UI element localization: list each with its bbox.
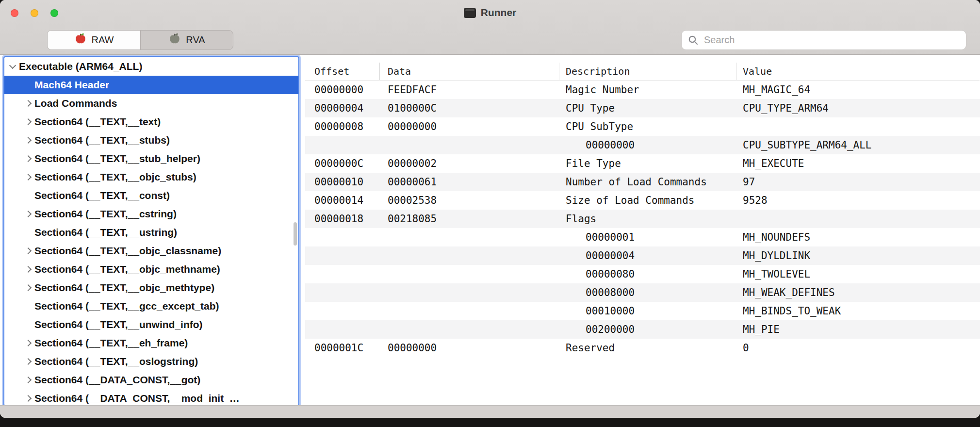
chevron-slot xyxy=(23,378,33,382)
apple-gray-icon xyxy=(168,33,181,48)
cell-description: Reserved xyxy=(559,342,736,354)
sidebar-item[interactable]: Section64 (__TEXT,__ustring) xyxy=(4,223,298,242)
table-row[interactable]: 000000040100000CCPU TypeCPU_TYPE_ARM64 xyxy=(305,99,980,117)
chevron-slot xyxy=(23,248,33,253)
close-button[interactable] xyxy=(11,9,18,17)
search-icon xyxy=(687,34,699,46)
chevron-right-icon[interactable] xyxy=(25,358,32,365)
chevron-right-icon[interactable] xyxy=(25,137,32,144)
apple-red-icon xyxy=(74,33,87,48)
sidebar-item[interactable]: Section64 (__TEXT,__cstring) xyxy=(4,205,298,223)
table-row[interactable]: 00000080MH_TWOLEVEL xyxy=(305,265,980,283)
sidebar-item-label: Load Commands xyxy=(34,98,117,109)
cell-offset: 0000000C xyxy=(305,158,380,169)
chevron-right-icon[interactable] xyxy=(25,174,32,181)
table-row[interactable]: 00000000CPU_SUBTYPE_ARM64_ALL xyxy=(305,136,980,154)
chevron-slot xyxy=(7,65,18,68)
cell-offset: 00000014 xyxy=(305,195,380,206)
cell-data: 00002538 xyxy=(380,195,559,206)
cell-value: CPU_TYPE_ARM64 xyxy=(736,102,980,114)
table-row[interactable]: 00010000MH_BINDS_TO_WEAK xyxy=(305,302,980,320)
column-header-description[interactable]: Description xyxy=(559,63,736,80)
sidebar-item[interactable]: Mach64 Header xyxy=(4,76,298,94)
table-row[interactable]: 0000000C00000002File TypeMH_EXECUTE xyxy=(305,154,980,173)
cell-offset: 00000010 xyxy=(305,176,380,188)
table-row[interactable]: 0000000800000000CPU SubType xyxy=(305,117,980,136)
zoom-button[interactable] xyxy=(50,9,58,17)
chevron-slot xyxy=(23,285,33,290)
chevron-right-icon[interactable] xyxy=(25,118,32,125)
cell-value: MH_MAGIC_64 xyxy=(736,84,980,96)
chevron-right-icon[interactable] xyxy=(25,100,32,107)
table-row[interactable]: 00000000FEEDFACFMagic NumberMH_MAGIC_64 xyxy=(305,81,980,99)
chevron-slot xyxy=(23,212,33,216)
table-row[interactable]: 00000001MH_NOUNDEFS xyxy=(305,228,980,246)
sidebar-item[interactable]: Load Commands xyxy=(4,94,298,113)
chevron-right-icon[interactable] xyxy=(25,395,32,402)
sidebar-item-label: Section64 (__TEXT,__stubs) xyxy=(34,134,170,146)
cell-data: FEEDFACF xyxy=(380,84,559,96)
cell-data: 00000061 xyxy=(380,176,559,188)
chevron-right-icon[interactable] xyxy=(25,284,32,291)
sidebar-item-label: Section64 (__TEXT,__objc_methtype) xyxy=(34,282,214,294)
chevron-slot xyxy=(23,119,33,124)
table-header: Offset Data Description Value xyxy=(305,63,980,81)
cell-description: 00000004 xyxy=(559,250,736,262)
segment-raw-label: RAW xyxy=(92,34,114,46)
table-row[interactable]: 0000001800218085Flags xyxy=(305,210,980,228)
window-chrome: Runner RAW xyxy=(0,0,980,55)
chevron-right-icon[interactable] xyxy=(25,247,32,254)
cell-description: 00000080 xyxy=(559,268,736,280)
cell-data: 0100000C xyxy=(380,102,559,114)
chevron-right-icon[interactable] xyxy=(25,266,32,273)
sidebar-item[interactable]: Section64 (__TEXT,__text) xyxy=(4,113,298,131)
sidebar-tree: Executable (ARM64_ALL)Mach64 HeaderLoad … xyxy=(4,57,298,405)
chevron-slot xyxy=(23,156,33,161)
chevron-slot xyxy=(23,175,33,180)
column-header-offset[interactable]: Offset xyxy=(305,63,380,80)
minimize-button[interactable] xyxy=(31,9,38,17)
sidebar-item[interactable]: Executable (ARM64_ALL) xyxy=(4,57,298,76)
search-field[interactable] xyxy=(681,30,966,50)
sidebar-scrollbar-thumb[interactable] xyxy=(294,222,297,246)
segment-raw[interactable]: RAW xyxy=(48,31,140,49)
sidebar-item[interactable]: Section64 (__TEXT,__stub_helper) xyxy=(4,149,298,168)
cell-value: MH_DYLDLINK xyxy=(736,250,980,262)
chevron-right-icon[interactable] xyxy=(25,340,32,346)
table-row[interactable]: 0000001C00000000Reserved0 xyxy=(305,339,980,357)
table-row[interactable]: 00200000MH_PIE xyxy=(305,320,980,339)
table-row[interactable]: 0000001000000061Number of Load Commands9… xyxy=(305,173,980,191)
sidebar-item[interactable]: Section64 (__TEXT,__const) xyxy=(4,186,298,205)
sidebar-item[interactable]: Section64 (__TEXT,__objc_methtype) xyxy=(4,279,298,297)
cell-value: 9528 xyxy=(736,195,980,206)
sidebar-item-label: Executable (ARM64_ALL) xyxy=(19,61,142,72)
sidebar-item-label: Section64 (__TEXT,__ustring) xyxy=(34,227,177,238)
sidebar-outline: Executable (ARM64_ALL)Mach64 HeaderLoad … xyxy=(4,57,298,405)
raw-rva-segmented-control: RAW RVA xyxy=(47,30,233,50)
sidebar-item[interactable]: Section64 (__TEXT,__gcc_except_tab) xyxy=(4,297,298,315)
table-row[interactable]: 00000004MH_DYLDLINK xyxy=(305,246,980,265)
sidebar-item[interactable]: Section64 (__TEXT,__stubs) xyxy=(4,131,298,149)
sidebar-item[interactable]: Section64 (__TEXT,__eh_frame) xyxy=(4,334,298,352)
cell-description: Number of Load Commands xyxy=(559,176,736,188)
sidebar-item[interactable]: Section64 (__TEXT,__oslogstring) xyxy=(4,352,298,371)
table-row[interactable]: 00008000MH_WEAK_DEFINES xyxy=(305,283,980,302)
app-window: Runner RAW xyxy=(0,0,980,418)
chevron-down-icon[interactable] xyxy=(9,62,16,69)
chevron-right-icon[interactable] xyxy=(25,211,32,217)
sidebar-item[interactable]: Section64 (__TEXT,__objc_stubs) xyxy=(4,168,298,186)
sidebar-item[interactable]: Section64 (__DATA_CONST,__mod_init_… xyxy=(4,389,298,405)
segment-rva[interactable]: RVA xyxy=(140,31,233,49)
search-input[interactable] xyxy=(704,34,960,46)
sidebar-item[interactable]: Section64 (__DATA_CONST,__got) xyxy=(4,371,298,389)
sidebar-item-label: Section64 (__TEXT,__objc_methname) xyxy=(34,263,220,275)
sidebar-item[interactable]: Section64 (__TEXT,__objc_classname) xyxy=(4,242,298,260)
sidebar-item[interactable]: Section64 (__TEXT,__unwind_info) xyxy=(4,315,298,334)
table-row[interactable]: 0000001400002538Size of Load Commands952… xyxy=(305,191,980,210)
column-header-data[interactable]: Data xyxy=(380,63,559,80)
chevron-right-icon[interactable] xyxy=(25,155,32,162)
sidebar-item[interactable]: Section64 (__TEXT,__objc_methname) xyxy=(4,260,298,279)
cell-value: MH_TWOLEVEL xyxy=(736,268,980,280)
chevron-right-icon[interactable] xyxy=(25,377,32,383)
column-header-value[interactable]: Value xyxy=(736,63,980,80)
